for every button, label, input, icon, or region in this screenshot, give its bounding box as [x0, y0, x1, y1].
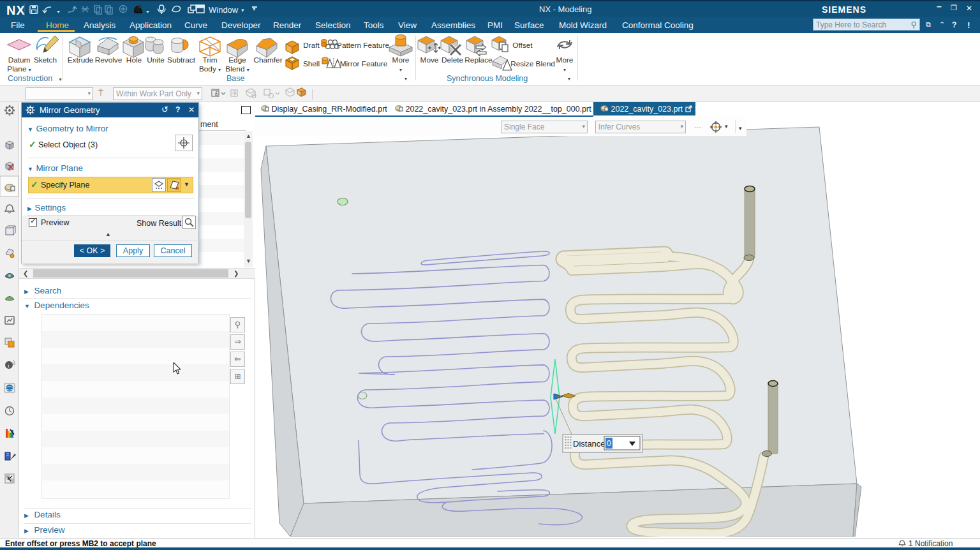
svg-text:0: 0 [607, 439, 611, 448]
svg-text:Distance: Distance [573, 439, 605, 449]
